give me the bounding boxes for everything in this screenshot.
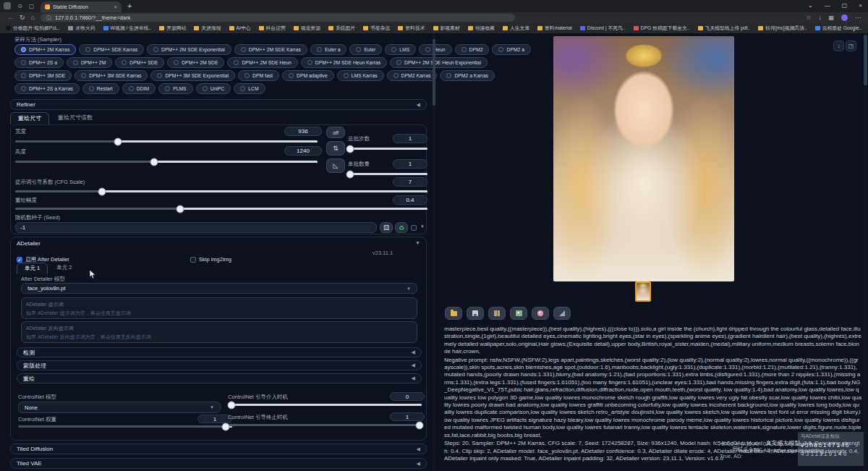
reuse-seed-button[interactable]: ♻ xyxy=(395,222,408,233)
inpaint-accordion[interactable]: 重绘 ◀ xyxy=(17,373,422,383)
sampler-option[interactable]: DPM adaptive xyxy=(282,70,334,81)
refresh-icon[interactable]: ↻ xyxy=(20,14,25,21)
sampler-option[interactable]: Euler a xyxy=(310,44,347,55)
sampler-option[interactable]: DPM++ SDE xyxy=(115,57,164,68)
bookmark-item[interactable]: 视觉资源 xyxy=(294,25,320,32)
bookmark-item[interactable]: 系统图片 xyxy=(328,25,355,32)
downloads-icon[interactable]: ↓ xyxy=(818,14,821,21)
adetailer-title[interactable]: ADetailer xyxy=(17,240,41,247)
home-icon[interactable]: ⌂ xyxy=(31,14,35,21)
bookmark-item[interactable]: 书签杂志 xyxy=(363,25,390,32)
swap-dimensions-button[interactable]: ⇅ xyxy=(326,141,345,156)
random-seed-button[interactable]: ⚄ xyxy=(380,222,393,233)
width-slider-handle[interactable] xyxy=(114,137,122,145)
width-slider[interactable] xyxy=(15,140,318,143)
skip-img2img-checkbox[interactable]: Skip img2img xyxy=(190,253,231,266)
bookmark-item[interactable]: 动漫收藏 xyxy=(468,25,495,32)
save-zip-button[interactable] xyxy=(488,307,506,320)
sampler-option[interactable]: DPM++ 2M SDE Karras xyxy=(234,44,307,55)
sampler-option[interactable]: DPM++ 3M SDE Karras xyxy=(75,70,148,81)
seed-extra-checkbox[interactable] xyxy=(411,225,417,231)
sampler-option[interactable]: LMS xyxy=(385,44,416,55)
collections-icon[interactable]: ▦ xyxy=(828,14,834,21)
mask-processing-accordion[interactable]: 蒙版处理 ◀ xyxy=(17,360,422,370)
gallery-thumbnail-selected[interactable] xyxy=(635,281,651,302)
bookmark-item[interactable]: 转传[mc]视频高清.. xyxy=(758,25,807,32)
window-close-button[interactable]: × xyxy=(859,2,862,9)
controlnet-start-input[interactable] xyxy=(390,392,425,401)
sampler-option[interactable]: UniPC xyxy=(196,83,231,94)
sampler-option[interactable]: DPM2 a xyxy=(492,44,531,55)
sampler-option[interactable]: DPM++ SDE Karras xyxy=(79,44,144,55)
window-maximize-button[interactable]: ▢ xyxy=(842,2,848,9)
bookmark-item[interactable]: 水牧火药 xyxy=(68,25,95,32)
cfg-slider-handle[interactable] xyxy=(98,187,106,195)
height-slider-handle[interactable] xyxy=(150,158,158,166)
scrollbar-thumb[interactable] xyxy=(433,39,435,106)
controlnet-weight-slider[interactable] xyxy=(18,425,232,428)
sampler-option[interactable]: PLMS xyxy=(158,83,193,94)
bookmark-item[interactable]: W视频 / 生涯单线.. xyxy=(103,25,152,32)
adetailer-prompt-textarea[interactable]: ADetailer 提示词 如果 ADetailer 提示词为空，将会使用主提示… xyxy=(21,297,417,319)
denoise-slider[interactable] xyxy=(15,208,427,210)
send-to-extras-button[interactable] xyxy=(532,307,549,320)
browser-menu-icon[interactable]: ⋯ xyxy=(855,14,861,21)
sampler-option[interactable]: DPM++ 2S a xyxy=(14,57,64,68)
controlnet-weight-input[interactable] xyxy=(197,415,232,423)
controlnet-start-slider[interactable] xyxy=(228,404,422,406)
window-minimize-button[interactable]: — xyxy=(825,2,830,9)
sampler-option[interactable]: Restart xyxy=(82,83,119,94)
account-avatar[interactable] xyxy=(841,14,848,21)
bookmark-item[interactable]: 人生文库 xyxy=(503,25,529,32)
batch-size-slider[interactable] xyxy=(348,173,427,175)
favorite-star-icon[interactable]: ☆ xyxy=(806,14,811,21)
controlnet-weight-slider-handle[interactable] xyxy=(222,423,230,430)
adetailer-negative-textarea[interactable]: ADetailer 反向提示词 如果 ADetailer 反向提示词为空，将会使… xyxy=(21,321,417,343)
bookmark-item[interactable]: 天涯海报 xyxy=(194,25,221,32)
browser-tab[interactable]: Stable Diffusion × xyxy=(41,1,122,12)
width-input[interactable] xyxy=(284,127,322,136)
expand-arrow-icon[interactable]: ▼ xyxy=(415,240,420,245)
sampler-option[interactable]: DPM++ 3M SDE Exponential xyxy=(150,70,235,81)
sampler-option[interactable]: DPM++ 2M xyxy=(67,57,112,68)
back-icon[interactable]: ← xyxy=(7,14,14,21)
left-panel-scrollbar[interactable] xyxy=(433,33,435,471)
tab-close-icon[interactable]: × xyxy=(114,4,117,10)
tab-resize-by[interactable]: 重绘尺寸倍数 xyxy=(51,112,100,124)
controlnet-end-input[interactable] xyxy=(390,412,425,421)
sampler-option[interactable]: DPM2 xyxy=(455,44,490,55)
detection-accordion[interactable]: 检测 ◀ xyxy=(17,347,422,357)
sampler-option[interactable]: DPM fast xyxy=(238,70,279,81)
bookmark-item[interactable]: 资料技术 xyxy=(398,25,425,32)
new-tab-button[interactable]: + xyxy=(127,1,132,10)
controlnet-end-slider[interactable] xyxy=(228,424,422,426)
generated-image[interactable] xyxy=(553,36,734,281)
seed-extra-caret-icon[interactable]: ▼ xyxy=(420,224,425,229)
sampler-option[interactable]: DPM++ 2M Karras xyxy=(14,44,76,55)
batch-size-input[interactable] xyxy=(393,159,427,169)
bookmark-item[interactable]: 资料material xyxy=(537,25,572,32)
tab-unit-2[interactable]: 单元 2 xyxy=(49,263,79,274)
send-to-inpaint-button[interactable] xyxy=(553,307,571,320)
tiled-vae-accordion[interactable]: Tiled VAE ◀ xyxy=(10,458,427,469)
browser-profile-icon[interactable] xyxy=(4,2,11,9)
sampler-option[interactable]: DPM2 Karras xyxy=(387,70,438,81)
sampler-option[interactable]: DPM++ 2M SDE Heun xyxy=(227,57,297,68)
tab-resize-to[interactable]: 重绘尺寸 xyxy=(10,112,49,124)
sampler-option[interactable]: DPM++ 2M SDE xyxy=(167,57,224,68)
tab-unit-1[interactable]: 单元 1 xyxy=(17,263,48,274)
cfg-input[interactable] xyxy=(393,177,427,187)
image-fullscreen-button[interactable]: ◳ xyxy=(846,41,856,51)
url-text[interactable]: 127.0.0.1:7860/?__theme=dark xyxy=(55,14,130,21)
bookmark-item[interactable]: 科台运营 xyxy=(259,25,286,32)
bookmark-item[interactable]: 分修图片·暗拍摄PcL.. xyxy=(6,25,60,32)
bookmark-item[interactable]: 影视素材 xyxy=(433,25,460,32)
refiner-accordion[interactable]: Refiner ◀ xyxy=(10,99,427,110)
send-to-img2img-button[interactable] xyxy=(510,307,527,320)
history-icon[interactable]: ⊙ xyxy=(16,2,24,10)
scrollbar-thumb[interactable] xyxy=(864,35,867,85)
tiled-diffusion-accordion[interactable]: Tiled Diffusion ◀ xyxy=(10,444,427,454)
sampler-option[interactable]: DPM++ 2S a Karras xyxy=(14,83,80,94)
url-box[interactable]: ⓘ 127.0.0.1:7860/?__theme=dark xyxy=(41,14,515,22)
adetailer-model-dropdown[interactable]: face_yolov8n.pt ▼ xyxy=(21,283,417,294)
